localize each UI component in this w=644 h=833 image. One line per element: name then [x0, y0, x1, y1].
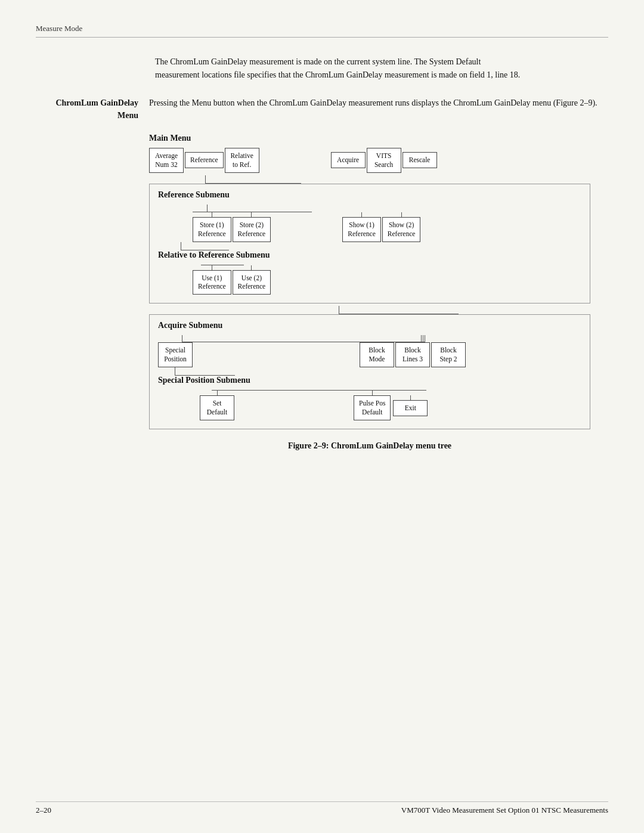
main-btn-acquire[interactable]: Acquire	[331, 152, 366, 168]
header-title: Measure Mode	[36, 24, 82, 33]
acq-btn-block-lines[interactable]: BlockLines 3	[395, 342, 430, 367]
page: Measure Mode The ChromLum GainDelay meas…	[0, 0, 644, 833]
main-btn-rescale[interactable]: Rescale	[402, 152, 437, 168]
main-btn-relative[interactable]: Relativeto Ref.	[225, 148, 259, 173]
ref-buttons: Store (1)Reference Store (2)Reference Sh…	[193, 212, 581, 242]
ref-btn-show2[interactable]: Show (2)Reference	[382, 217, 421, 242]
figure-caption: Figure 2–9: ChromLum GainDelay menu tree	[149, 441, 590, 451]
footer: 2–20 VM700T Video Measurement Set Option…	[36, 801, 608, 815]
document-title: VM700T Video Measurement Set Option 01 N…	[401, 806, 608, 815]
rel-ref-connector	[181, 242, 581, 250]
ref-submenu-title: Reference Submenu	[158, 190, 581, 200]
sp-btn-exit[interactable]: Exit	[393, 400, 428, 416]
main-btn-reference[interactable]: Reference	[185, 152, 224, 168]
ref-btn-store1[interactable]: Store (1)Reference	[193, 217, 231, 242]
sp-buttons: SetDefault Pulse PosDefault Exit	[200, 391, 581, 420]
sp-submenu-title: Special Position Submenu	[158, 376, 581, 385]
ref-btn-show1[interactable]: Show (1)Reference	[342, 217, 381, 242]
main-menu-buttons: AverageNum 32 Reference Relativeto Ref. …	[149, 148, 590, 173]
rel-ref-area: Use (1)Reference Use (2)Reference	[170, 265, 581, 295]
acquire-submenu-section: Acquire Submenu SpecialPosition BlockMod…	[149, 314, 590, 429]
sp-connector	[175, 367, 581, 376]
main-menu-section: Main Menu AverageNum 32 Reference Relati…	[149, 134, 590, 173]
main-btn-vits[interactable]: VITSSearch	[367, 148, 401, 173]
page-number: 2–20	[36, 806, 51, 815]
intro-text: The ChromLum GainDelay measurement is ma…	[155, 57, 520, 79]
main-btn-average[interactable]: AverageNum 32	[149, 148, 184, 173]
acq-btn-block-mode[interactable]: BlockMode	[360, 342, 394, 367]
section-body: Pressing the Menu button when the ChromL…	[149, 97, 608, 122]
acq-submenu-title: Acquire Submenu	[158, 321, 581, 330]
sp-btn-set-default[interactable]: SetDefault	[200, 395, 234, 420]
section-label-text: ChromLum GainDelay Menu	[36, 97, 138, 122]
acq-btn-block-step[interactable]: BlockStep 2	[431, 342, 466, 367]
rel-btn-use1[interactable]: Use (1)Reference	[193, 270, 231, 295]
section-label: ChromLum GainDelay Menu	[36, 97, 149, 122]
sp-area: SetDefault Pulse PosDefault Exit	[158, 390, 581, 420]
rel-submenu-title: Relative to Reference Submenu	[158, 250, 581, 260]
intro-paragraph: The ChromLum GainDelay measurement is ma…	[155, 55, 525, 82]
diagram-area: Main Menu AverageNum 32 Reference Relati…	[149, 134, 590, 451]
main-menu-title: Main Menu	[149, 134, 590, 143]
rel-buttons: Use (1)Reference Use (2)Reference	[193, 265, 581, 295]
acq-buttons: SpecialPosition BlockMode BlockLines 3 B…	[158, 342, 581, 367]
section-row: ChromLum GainDelay Menu Pressing the Men…	[36, 97, 608, 122]
acq-btn-special[interactable]: SpecialPosition	[158, 342, 193, 367]
acq-connector-outer	[149, 306, 590, 314]
ref-btn-store2[interactable]: Store (2)Reference	[233, 217, 271, 242]
reference-submenu-section: Reference Submenu Store (1)Reference Sto…	[149, 184, 590, 304]
ref-vert-connector	[207, 205, 208, 212]
sp-btn-pulse-pos[interactable]: Pulse PosDefault	[354, 395, 391, 420]
ref-connector	[149, 175, 590, 184]
header: Measure Mode	[36, 24, 608, 38]
acq-top-connector	[158, 335, 581, 342]
rel-btn-use2[interactable]: Use (2)Reference	[233, 270, 271, 295]
